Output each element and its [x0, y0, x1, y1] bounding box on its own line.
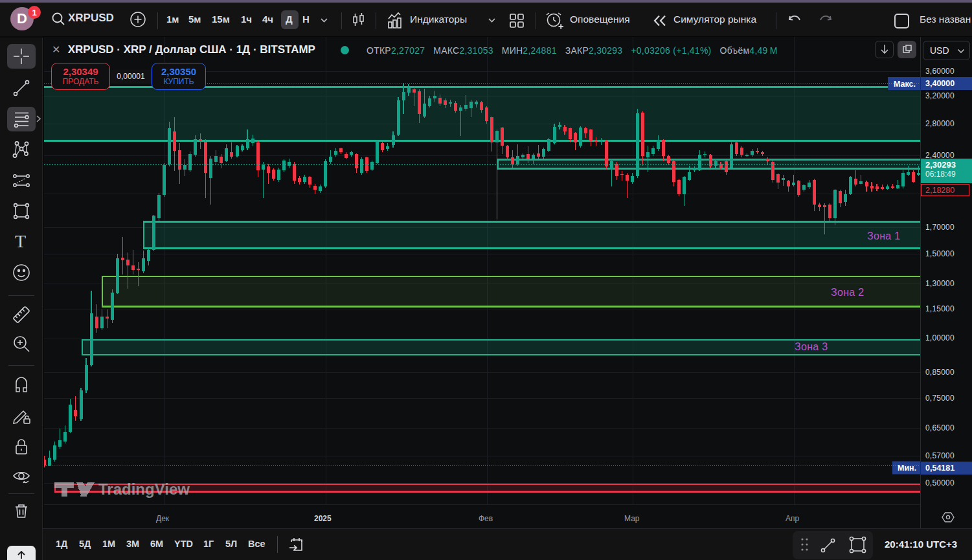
svg-text:Макс.: Макс. [894, 80, 916, 89]
svg-text:TradingView: TradingView [98, 480, 190, 498]
svg-text:Мин.: Мин. [898, 464, 916, 473]
